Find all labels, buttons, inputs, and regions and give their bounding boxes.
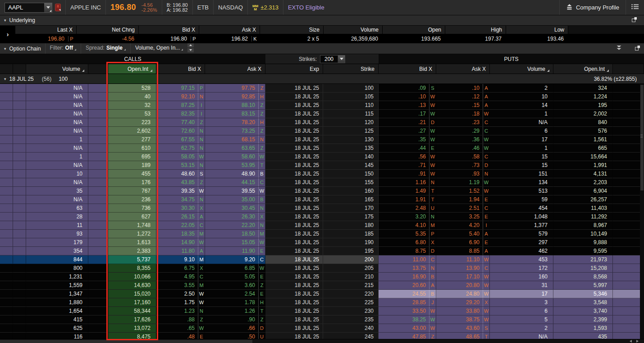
put-ask-cell[interactable]: .46W [436, 144, 490, 153]
strike-cell[interactable]: 165 [323, 195, 379, 204]
put-ask-cell[interactable]: 1.94E [436, 195, 490, 204]
option-row[interactable]: N/A 176 43.85Z 44.15C 18 JUL 25 155 1.16… [0, 178, 644, 187]
call-ask-cell[interactable]: 88.10Z [205, 101, 265, 110]
underlying-section-header[interactable]: ▾ Underlying [0, 15, 644, 26]
scroll-left-icon[interactable] [630, 340, 632, 343]
spinner-down-button[interactable] [187, 48, 194, 52]
put-bid-cell[interactable]: 11.00C [379, 255, 436, 264]
strike-cell[interactable]: 115 [323, 110, 379, 118]
put-bid-cell[interactable]: 43.00W [379, 324, 436, 333]
call-volume-header[interactable]: Volume [26, 64, 88, 74]
call-ask-cell[interactable]: 48.90B [205, 170, 265, 178]
option-row[interactable]: N/A 189 53.15N 53.95T 18 JUL 25 145 .71W… [0, 161, 644, 170]
call-ask-cell[interactable]: 35.00B [205, 195, 265, 204]
option-row[interactable]: N/A 610 62.75N 63.65Z 18 JUL 25 135 .44E… [0, 144, 644, 153]
call-ask-cell[interactable]: .66D [205, 324, 265, 333]
call-ask-cell[interactable]: 2.54E [205, 290, 265, 298]
strike-cell[interactable]: 225 [323, 298, 379, 307]
symbol-dropdown-button[interactable] [44, 3, 52, 12]
put-ask-cell[interactable]: .18W [436, 110, 490, 118]
strikes-dropdown[interactable]: 200 [320, 55, 345, 63]
put-bid-cell[interactable]: 2.48U [379, 204, 436, 213]
call-bid-cell[interactable]: 18.35M [156, 230, 205, 238]
option-row[interactable]: N/A 2,602 72.60N 73.25Z 18 JUL 25 125 .2… [0, 127, 644, 135]
strike-cell[interactable]: 130 [323, 135, 379, 144]
strike-cell[interactable]: 140 [323, 153, 379, 161]
strike-cell[interactable]: 125 [323, 127, 379, 135]
put-bid-cell[interactable]: 1.91T [379, 195, 436, 204]
chevron-down-icon[interactable]: ▾ [4, 18, 6, 23]
strike-cell[interactable]: 185 [323, 230, 379, 238]
call-bid-cell[interactable]: 72.60N [156, 127, 205, 135]
put-ask-cell[interactable]: 29.20X [436, 298, 490, 307]
strike-cell[interactable]: 240 [323, 324, 379, 333]
option-row[interactable]: N/A 32 87.25I 88.10Z 18 JUL 25 110 .13W … [0, 101, 644, 110]
put-ask-cell[interactable]: 13.90C [436, 264, 490, 273]
put-volume-header[interactable]: Volume [490, 64, 553, 74]
option-row[interactable]: 179 1,613 14.90W 15.05W 18 JUL 25 190 6.… [0, 238, 644, 247]
call-ask-cell[interactable]: 11.90E [205, 247, 265, 255]
call-bid-cell[interactable]: 53.15N [156, 161, 205, 170]
put-bid-cell[interactable]: 20.60A [379, 281, 436, 290]
put-ask-cell[interactable]: .15A [436, 101, 490, 110]
put-ask-header[interactable]: Ask X [436, 64, 490, 74]
filter-control[interactable]: Filter: Off [45, 43, 81, 54]
strike-cell[interactable]: 145 [323, 161, 379, 170]
option-row[interactable]: 1,654 58,344 1.23N 1.26T 18 JUL 25 230 3… [0, 307, 644, 315]
strike-cell[interactable]: 110 [323, 101, 379, 110]
call-ask-cell[interactable]: 73.25Z [205, 127, 265, 135]
collapse-all-icon[interactable] [616, 45, 622, 52]
call-ask-cell[interactable]: 22.20N [205, 221, 265, 230]
put-bid-cell[interactable]: 4.10M [379, 221, 436, 230]
call-ask-cell[interactable]: 58.60W [205, 153, 265, 161]
call-ask-cell[interactable]: 30.45N [205, 204, 265, 213]
put-bid-cell[interactable]: .91W [379, 170, 436, 178]
strike-cell[interactable]: 200 [323, 255, 379, 264]
call-bid-cell[interactable]: 58.05W [156, 153, 205, 161]
underlying-column-header[interactable]: Volume [324, 26, 383, 34]
chevron-down-icon[interactable]: ▾ [4, 77, 6, 81]
strike-cell[interactable]: 160 [323, 187, 379, 195]
call-bid-cell[interactable]: .65W [156, 324, 205, 333]
call-ask-header[interactable]: Ask X [205, 64, 265, 74]
put-ask-cell[interactable]: 3.25E [436, 213, 490, 221]
strike-cell[interactable]: 215 [323, 281, 379, 290]
call-ask-cell[interactable]: 1.26T [205, 307, 265, 315]
call-ask-cell[interactable]: 5.05E [205, 273, 265, 281]
put-ask-cell[interactable]: .29C [436, 127, 490, 135]
call-ask-cell[interactable]: 3.60Z [205, 281, 265, 290]
call-bid-cell[interactable]: 1.23N [156, 307, 205, 315]
option-row[interactable]: 625 13,072 .65W .66D 18 JUL 25 240 43.00… [0, 324, 644, 333]
put-open-interest-header[interactable]: Open.Int [553, 64, 613, 74]
put-bid-cell[interactable]: .13W [379, 101, 436, 110]
option-row[interactable]: N/A 40 92.10N 92.85H 18 JUL 25 105 .10W … [0, 93, 644, 101]
call-ask-cell[interactable]: 18.50M [205, 230, 265, 238]
put-ask-cell[interactable]: 20.80W [436, 281, 490, 290]
put-bid-cell[interactable]: .21D [379, 118, 436, 127]
call-ask-cell[interactable]: 92.85H [205, 93, 265, 101]
underlying-column-header[interactable]: Open [383, 26, 445, 34]
call-ask-cell[interactable]: 78.20H [205, 118, 265, 127]
put-bid-cell[interactable]: .71W [379, 161, 436, 170]
column-layout-control[interactable]: Volume, Open In... [130, 43, 198, 54]
strike-cell[interactable]: 155 [323, 178, 379, 187]
underlying-expander[interactable]: › [0, 26, 15, 43]
vertical-scrollbar[interactable] [640, 84, 644, 339]
menu-button[interactable] [626, 0, 644, 15]
put-ask-cell[interactable]: .23C [436, 118, 490, 127]
option-row[interactable]: 354 2,383 11.80A 11.90E 18 JUL 25 195 8.… [0, 247, 644, 255]
call-bid-cell[interactable]: 26.15A [156, 213, 205, 221]
call-bid-cell[interactable]: 34.75N [156, 195, 205, 204]
call-ask-cell[interactable]: 53.95T [205, 161, 265, 170]
underlying-column-header[interactable]: Bid X [139, 26, 199, 34]
put-ask-cell[interactable]: .93N [436, 170, 490, 178]
put-ask-cell[interactable]: .12A [436, 93, 490, 101]
put-bid-cell[interactable]: 1.16N [379, 178, 436, 187]
call-bid-cell[interactable]: 14.90W [156, 238, 205, 247]
put-bid-cell[interactable]: 1.49T [379, 187, 436, 195]
option-row[interactable]: 1 695 58.05W 58.60W 18 JUL 25 140 .56W .… [0, 153, 644, 161]
call-ask-cell[interactable]: 63.65Z [205, 144, 265, 153]
option-row[interactable]: 800 8,355 6.75X 6.85W 18 JUL 25 205 13.7… [0, 264, 644, 273]
strike-cell[interactable]: 105 [323, 93, 379, 101]
put-ask-cell[interactable]: 17.10W [436, 273, 490, 281]
